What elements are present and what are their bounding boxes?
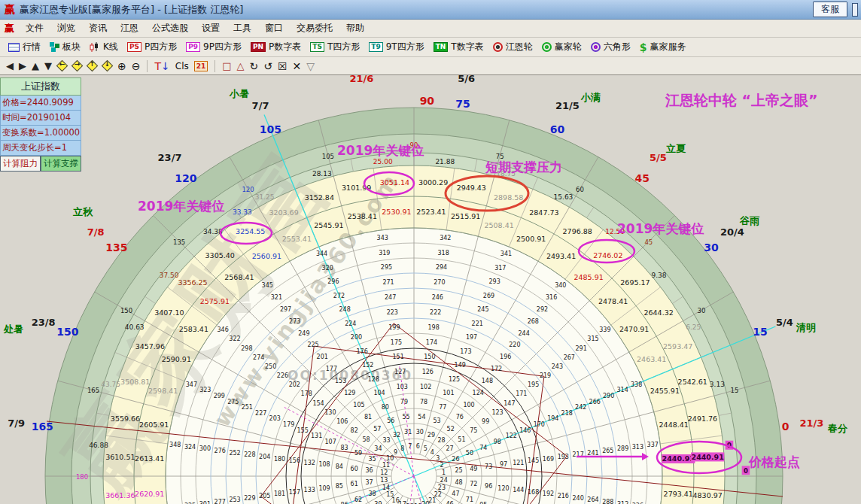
svg-text:179: 179 — [283, 421, 294, 428]
svg-text:100: 100 — [463, 402, 474, 408]
zoom-out-icon[interactable]: ⊖ — [132, 60, 141, 72]
rect-tool-icon[interactable]: □ — [222, 60, 231, 71]
nav-down-button[interactable]: ▼ — [44, 60, 52, 72]
toolbar-p-table[interactable]: PNP数字表 — [247, 39, 305, 55]
svg-text:14: 14 — [382, 484, 390, 491]
toolbar-t-table[interactable]: TNT数字表 — [430, 39, 488, 55]
menu-item-江恩[interactable]: 江恩 — [114, 20, 145, 37]
toolbar-winner-service[interactable]: $赢家服务 — [636, 39, 690, 55]
svg-text:338: 338 — [631, 381, 642, 388]
toolbar-quotes[interactable]: 行情 — [5, 39, 44, 55]
t-down-tool[interactable]: T↓ — [154, 60, 169, 72]
shift-up-button[interactable]: ↑ — [87, 61, 97, 71]
svg-text:147: 147 — [504, 400, 515, 407]
svg-text:7/9: 7/9 — [8, 417, 25, 429]
toolbar-sectors[interactable]: 板块 — [46, 39, 84, 55]
svg-text:2538.41: 2538.41 — [348, 212, 377, 220]
svg-text:320: 320 — [322, 265, 333, 272]
svg-text:242: 242 — [575, 404, 586, 411]
kline-icon — [90, 42, 100, 53]
svg-text:52: 52 — [447, 426, 455, 433]
svg-text:273: 273 — [289, 318, 300, 325]
menu-item-浏览[interactable]: 浏览 — [50, 20, 82, 37]
svg-text:45: 45 — [634, 172, 649, 184]
svg-text:35: 35 — [368, 456, 376, 463]
svg-text:219: 219 — [540, 372, 551, 379]
svg-text:33: 33 — [382, 437, 390, 444]
rotate-ccw-icon[interactable]: ↺ — [263, 60, 272, 72]
t-table-icon: TN — [434, 42, 449, 52]
toolbar-label: T数字表 — [451, 41, 483, 53]
svg-text:322: 322 — [229, 335, 240, 342]
svg-text:153: 153 — [335, 378, 346, 384]
svg-text:319: 319 — [379, 250, 390, 257]
triangle-tool-icon[interactable]: △ — [237, 60, 245, 71]
svg-text:处暑: 处暑 — [3, 323, 23, 335]
toolbar-9t-square[interactable]: T99T四方形 — [365, 39, 427, 55]
toolbar-p-square[interactable]: PSP四方形 — [123, 39, 181, 55]
svg-text:11: 11 — [382, 462, 390, 469]
calendar-icon[interactable]: 21 — [194, 61, 208, 71]
svg-text:345: 345 — [262, 282, 273, 289]
svg-text:98: 98 — [494, 439, 501, 445]
toolbar-winner-wheel[interactable]: 赢家轮 — [538, 39, 586, 55]
svg-text:298: 298 — [241, 345, 252, 352]
shift-right-button[interactable]: → — [72, 61, 82, 71]
svg-text:2455.91: 2455.91 — [650, 387, 680, 395]
toolbar-kline[interactable]: K线 — [86, 39, 122, 55]
gann-wheel[interactable]: 赢家财富www.yingjia360.comQQ:100800360123456… — [0, 75, 861, 504]
toolbar-9p-square[interactable]: P99P四方形 — [182, 39, 245, 55]
toolbar-hexagon[interactable]: 六角形 — [587, 39, 634, 55]
menu-item-工具[interactable]: 工具 — [227, 20, 258, 37]
svg-text:268: 268 — [528, 318, 539, 325]
customer-service-button[interactable]: 客服 — [813, 2, 847, 17]
svg-text:180: 180 — [76, 473, 88, 481]
menu-item-帮助[interactable]: 帮助 — [339, 20, 371, 37]
menu-item-设置[interactable]: 设置 — [195, 20, 227, 37]
shift-down-button[interactable]: ↓ — [102, 61, 112, 71]
svg-text:107: 107 — [324, 439, 336, 445]
svg-text:247: 247 — [385, 294, 396, 301]
rotate-cw-icon[interactable]: ↻ — [250, 60, 259, 72]
svg-text:2583.41: 2583.41 — [179, 325, 208, 333]
menu-item-文件[interactable]: 文件 — [19, 20, 50, 37]
svg-text:248: 248 — [339, 306, 351, 313]
shift-left-button[interactable]: ← — [57, 61, 67, 71]
box-select-icon[interactable]: ☒ — [278, 60, 288, 72]
svg-text:40.63: 40.63 — [125, 323, 145, 331]
menu-item-公式选股[interactable]: 公式选股 — [145, 20, 195, 37]
svg-text:江恩轮中轮 “上帝之眼”: 江恩轮中轮 “上帝之眼” — [665, 92, 818, 108]
collapse-icon[interactable]: ✕ — [293, 60, 302, 72]
window-control-partial[interactable] — [852, 3, 858, 17]
menu-item-资讯[interactable]: 资讯 — [82, 20, 114, 37]
svg-text:178: 178 — [301, 390, 312, 397]
svg-text:267: 267 — [564, 354, 575, 361]
cls-button[interactable]: Cls — [175, 60, 189, 72]
toolbar-gann-wheel[interactable]: 江恩轮 — [489, 39, 537, 55]
nav-left-button[interactable]: ◀ — [6, 60, 14, 72]
svg-text:296: 296 — [327, 278, 339, 285]
svg-text:120: 120 — [242, 186, 254, 193]
svg-text:342: 342 — [440, 235, 451, 241]
nav-right-button[interactable]: ▶ — [19, 60, 26, 72]
svg-text:315: 315 — [587, 335, 598, 342]
toolbar-t-square[interactable]: TST四方形 — [306, 39, 364, 55]
svg-text:23/7: 23/7 — [158, 152, 182, 163]
menu-item-交易委托[interactable]: 交易委托 — [290, 20, 339, 37]
svg-text:341: 341 — [500, 250, 512, 257]
svg-text:165: 165 — [87, 387, 99, 394]
svg-text:165: 165 — [32, 421, 53, 433]
calc-support-button[interactable]: 计算支撑 — [41, 156, 81, 172]
svg-text:156: 156 — [289, 457, 300, 464]
svg-text:55: 55 — [402, 414, 409, 421]
svg-text:3051.14: 3051.14 — [380, 178, 409, 187]
gann-wheel-canvas[interactable]: 上证指数 价格=2440.9099时间=20190104变换系数=1.00000… — [0, 75, 861, 504]
clear-funnel-icon[interactable]: ▽ — [306, 60, 315, 72]
menu-item-窗口[interactable]: 窗口 — [258, 20, 290, 37]
calc-resist-button[interactable]: 计算阻力 — [0, 156, 41, 172]
svg-text:228: 228 — [244, 451, 255, 458]
zoom-in-icon[interactable]: ⊕ — [117, 60, 126, 72]
svg-text:3407.10: 3407.10 — [154, 308, 184, 317]
nav-up-button[interactable]: ▲ — [32, 60, 39, 72]
svg-text:3508.81: 3508.81 — [120, 378, 150, 386]
